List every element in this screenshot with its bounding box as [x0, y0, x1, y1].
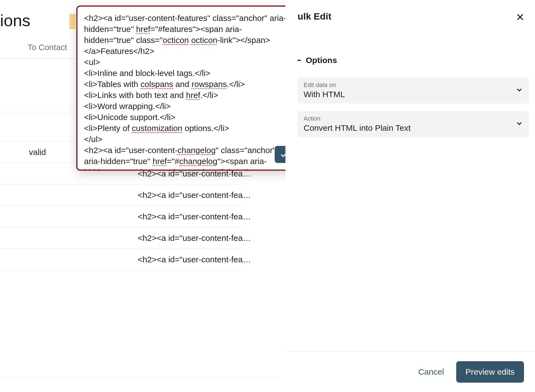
bottom-divider: [0, 377, 278, 377]
collapse-icon: [298, 60, 301, 61]
cell-editor-textarea[interactable]: <h2><a id="user-content-features" class=…: [84, 13, 291, 171]
panel-footer: Cancel Preview edits: [285, 351, 535, 392]
cell-html-preview: <h2><a id="user-content-fea…: [138, 233, 251, 243]
page-title: anizations: [0, 11, 30, 30]
select-caption: Edit data on: [304, 81, 523, 89]
select-value: With HTML: [304, 90, 523, 99]
options-section-toggle[interactable]: Options: [298, 56, 337, 65]
chevron-down-icon: [516, 86, 523, 95]
table-row[interactable]: <h2><a id="user-content-fea…: [0, 206, 244, 227]
table-row[interactable]: <h2><a id="user-content-fea…: [0, 227, 244, 249]
chevron-down-icon: [516, 120, 523, 128]
close-panel-button[interactable]: [514, 11, 526, 23]
cell-html-preview: <h2><a id="user-content-fea…: [138, 255, 251, 264]
cell-html-preview: <h2><a id="user-content-fea…: [138, 190, 251, 200]
close-icon: [516, 13, 524, 21]
panel-title: ulk Edit: [298, 11, 331, 22]
action-select[interactable]: Action Convert HTML into Plain Text: [298, 111, 529, 137]
select-caption: Action: [304, 115, 523, 122]
table-row[interactable]: <h2><a id="user-content-fea…: [0, 184, 244, 206]
column-header-to-contact[interactable]: To Contact: [28, 43, 67, 52]
bulk-edit-panel: ulk Edit Options Edit data on With HTML …: [285, 0, 535, 392]
cancel-button[interactable]: Cancel: [417, 364, 445, 379]
select-value: Convert HTML into Plain Text: [304, 123, 523, 133]
cell-valid: valid: [29, 148, 46, 157]
title-highlight: [69, 14, 75, 29]
options-label: Options: [306, 56, 337, 65]
edit-data-on-select[interactable]: Edit data on With HTML: [298, 78, 529, 104]
table-row[interactable]: <h2><a id="user-content-fea…: [0, 249, 244, 270]
preview-edits-button[interactable]: Preview edits: [456, 361, 524, 383]
cell-html-preview: <h2><a id="user-content-fea…: [138, 212, 251, 221]
cell-editor-popup[interactable]: <h2><a id="user-content-features" class=…: [76, 6, 299, 171]
